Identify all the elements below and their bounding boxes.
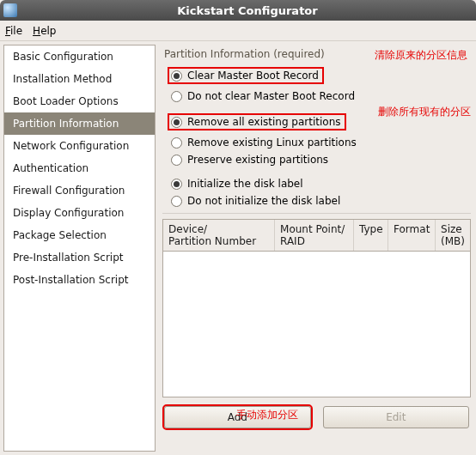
window-title: Kickstart Configurator [22,4,473,17]
button-label: Edit [386,411,406,423]
divider [162,213,471,214]
sidebar-item-installation-method[interactable]: Installation Method [4,68,155,90]
annotation-add: 手动添加分区 [236,408,298,422]
col-mount[interactable]: Mount Point/ RAID [275,220,354,251]
col-device[interactable]: Device/ Partition Number [163,220,275,251]
sidebar-item-pre-installation-script[interactable]: Pre-Installation Script [4,246,155,269]
radio-init-label[interactable]: Initialize the disk label [169,177,471,191]
sidebar-item-basic-configuration[interactable]: Basic Configuration [4,46,155,68]
main-panel: Partition Information (required) Clear M… [156,41,476,455]
radio-remove-all[interactable]: Remove all existing partitions [168,113,345,130]
radio-icon [171,91,182,102]
sidebar-item-partition-information[interactable]: Partition Information [4,112,155,135]
sidebar-item-network-configuration[interactable]: Network Configuration [4,135,155,157]
radio-label: Do not clear Master Boot Record [187,90,355,102]
sidebar-item-authentication[interactable]: Authentication [4,157,155,179]
radio-icon [171,70,182,82]
button-bar: Add Edit [162,406,471,428]
app-icon [3,3,17,17]
radio-label: Do not initialize the disk label [187,195,340,207]
radio-icon [171,117,182,128]
sidebar-item-post-installation-script[interactable]: Post-Installation Script [4,269,155,291]
col-type[interactable]: Type [354,220,388,251]
annotation-remove-all: 删除所有现有的分区 [378,105,471,119]
menu-file[interactable]: File [5,25,22,37]
partition-table-header: Device/ Partition Number Mount Point/ RA… [162,219,471,252]
radio-icon [171,155,182,166]
content-area: Basic Configuration Installation Method … [0,41,476,455]
col-format[interactable]: Format [388,220,436,251]
sidebar: Basic Configuration Installation Method … [3,45,156,452]
col-size[interactable]: Size (MB) [436,220,470,251]
partition-table-body[interactable] [162,252,471,397]
radio-label: Clear Master Boot Record [187,70,319,82]
radio-label: Remove existing Linux partitions [187,136,357,149]
radio-clear-mbr[interactable]: Clear Master Boot Record [168,67,324,84]
radio-remove-linux[interactable]: Remove existing Linux partitions [169,136,471,149]
edit-button: Edit [323,406,469,428]
radio-label: Remove all existing partitions [187,116,340,128]
menubar: File Help [0,21,476,41]
radio-icon [171,137,182,149]
radio-label: Initialize the disk label [187,178,303,190]
sidebar-item-firewall-configuration[interactable]: Firewall Configuration [4,179,155,202]
titlebar: Kickstart Configurator [0,0,476,21]
sidebar-item-boot-loader-options[interactable]: Boot Loader Options [4,90,155,112]
sidebar-item-package-selection[interactable]: Package Selection [4,224,155,246]
annotation-clear-mbr: 清除原来的分区信息 [375,48,467,63]
sidebar-item-display-configuration[interactable]: Display Configuration [4,202,155,224]
radio-label: Preserve existing partitions [187,154,328,166]
radio-icon [171,179,182,190]
radio-preserve[interactable]: Preserve existing partitions [169,153,471,167]
menu-help[interactable]: Help [33,25,56,37]
radio-no-clear-mbr[interactable]: Do not clear Master Boot Record [169,89,471,103]
radio-icon [171,196,182,207]
radio-no-init-label[interactable]: Do not initialize the disk label [169,194,471,208]
